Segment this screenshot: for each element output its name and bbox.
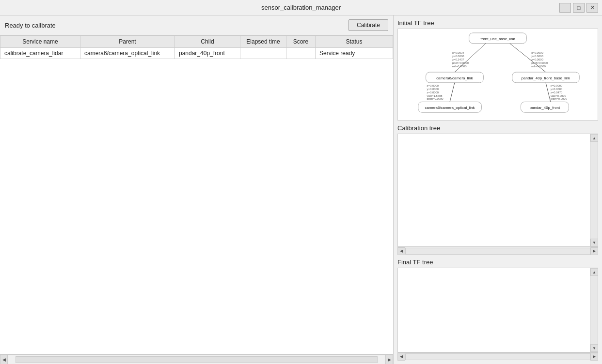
calibrate-button[interactable]: Calibrate: [349, 19, 388, 31]
svg-line-18: [450, 83, 455, 102]
calibration-vertical-scrollbar[interactable]: ▲ ▼: [590, 134, 598, 246]
final-scroll-down[interactable]: ▼: [590, 344, 598, 352]
maximize-button[interactable]: □: [573, 3, 585, 13]
svg-text:z=0.0000: z=0.0000: [531, 58, 543, 61]
scroll-left-arrow[interactable]: ◀: [0, 355, 8, 364]
final-scroll-up[interactable]: ▲: [590, 268, 598, 276]
svg-line-19: [546, 83, 551, 102]
final-scroll-left[interactable]: ◀: [397, 353, 405, 361]
svg-text:camera6/camera_optical_link: camera6/camera_optical_link: [425, 106, 475, 110]
svg-text:y=0.0000: y=0.0000: [452, 55, 464, 58]
final-scroll-track: [590, 276, 598, 344]
header-parent: Parent: [80, 36, 175, 48]
ready-label: Ready to calibrate: [5, 22, 56, 29]
scroll-track-horizontal[interactable]: [16, 356, 378, 363]
cell-status: Service ready: [316, 48, 393, 59]
window-controls: ─ □ ✕: [559, 3, 598, 13]
cell-child: pandar_40p_front: [175, 48, 240, 59]
main-container: Ready to calibrate Calibrate Service nam…: [0, 15, 602, 364]
svg-text:z=0.0000: z=0.0000: [427, 91, 439, 94]
final-tf-box: ▲ ▼: [397, 268, 598, 352]
initial-tf-label: Initial TF tree: [397, 19, 598, 27]
scroll-right-arrow[interactable]: ▶: [385, 355, 393, 364]
cell-parent: camera6/camera_optical_link: [80, 48, 175, 59]
initial-tf-box: front_unit_base_link x=0.0534 y=0.0000 z…: [397, 29, 598, 121]
final-horizontal-scrollbar[interactable]: ◀ ▶: [397, 352, 598, 360]
svg-text:front_unit_base_link: front_unit_base_link: [481, 37, 515, 41]
calibration-section: Calibration tree ▲ ▼ ◀ ▶: [397, 124, 598, 255]
svg-text:camera6/camera_link: camera6/camera_link: [436, 76, 473, 80]
header-score: Score: [286, 36, 316, 48]
close-button[interactable]: ✕: [586, 3, 598, 13]
scroll-up-arrow[interactable]: ▲: [590, 134, 598, 142]
header-child: Child: [175, 36, 240, 48]
svg-text:x=0.0534: x=0.0534: [452, 51, 464, 54]
svg-text:y=0.0000: y=0.0000: [531, 55, 543, 58]
header-status: Status: [316, 36, 393, 48]
titlebar: sensor_calibration_manager ─ □ ✕: [0, 0, 602, 15]
svg-text:roll=0.0000: roll=0.0000: [531, 65, 546, 68]
cell-service-name: calibrate_camera_lidar: [0, 48, 80, 59]
final-vertical-scrollbar[interactable]: ▲ ▼: [590, 268, 598, 352]
calibration-tree-box: ▲ ▼: [397, 134, 598, 247]
svg-text:x=0.0000: x=0.0000: [551, 84, 563, 87]
scroll-right-arrow-calib[interactable]: ▶: [590, 247, 598, 255]
cell-score: [286, 48, 316, 59]
svg-text:y=0.0000: y=0.0000: [427, 88, 439, 91]
right-panel: Initial TF tree front_unit_base_link x=0…: [394, 15, 602, 364]
svg-text:z=0.2437: z=0.2437: [452, 58, 464, 61]
service-table-container: Service name Parent Child Elapsed time S…: [0, 35, 393, 354]
table-header-row: Service name Parent Child Elapsed time S…: [0, 36, 393, 48]
cell-elapsed-time: [240, 48, 286, 59]
final-tf-section: Final TF tree ▲ ▼ ◀ ▶: [397, 258, 598, 360]
svg-text:pandar_40p_front: pandar_40p_front: [530, 106, 560, 110]
final-scroll-h-track: [405, 353, 590, 360]
minimize-button[interactable]: ─: [559, 3, 571, 13]
header-elapsed-time: Elapsed time: [240, 36, 286, 48]
svg-text:yaw=1.5708: yaw=1.5708: [427, 94, 443, 97]
header-service-name: Service name: [0, 36, 80, 48]
scroll-h-track-calib: [405, 248, 590, 255]
left-panel: Ready to calibrate Calibrate Service nam…: [0, 15, 394, 364]
svg-text:pitch=0.0000: pitch=0.0000: [427, 97, 444, 100]
table-row[interactable]: calibrate_camera_lidar camera6/camera_op…: [0, 48, 393, 59]
svg-text:pitch=0.0000: pitch=0.0000: [531, 61, 548, 64]
svg-text:roll=0.0000: roll=0.0000: [452, 65, 467, 68]
svg-text:yaw=0.0000: yaw=0.0000: [551, 94, 567, 97]
service-table: Service name Parent Child Elapsed time S…: [0, 35, 393, 59]
svg-text:y=0.0000: y=0.0000: [551, 88, 563, 91]
top-bar: Ready to calibrate Calibrate: [0, 15, 393, 35]
svg-text:pitch=0.0000: pitch=0.0000: [551, 97, 568, 100]
svg-text:pitch=0.0000: pitch=0.0000: [452, 61, 469, 64]
svg-text:x=0.0000: x=0.0000: [531, 51, 543, 54]
svg-text:pandar_40p_front_base_link: pandar_40p_front_base_link: [522, 76, 570, 80]
scroll-down-arrow[interactable]: ▼: [590, 239, 598, 246]
window-title: sensor_calibration_manager: [261, 4, 341, 11]
horizontal-scrollbar[interactable]: ◀ ▶: [0, 354, 393, 364]
initial-tf-section: Initial TF tree front_unit_base_link x=0…: [397, 19, 598, 121]
initial-tf-svg: front_unit_base_link x=0.0534 y=0.0000 z…: [398, 29, 598, 120]
svg-text:z=0.0470: z=0.0470: [551, 91, 563, 94]
final-tf-label: Final TF tree: [397, 258, 598, 266]
calibration-label: Calibration tree: [397, 124, 598, 132]
svg-text:x=0.0000: x=0.0000: [427, 84, 439, 87]
scroll-left-arrow-calib[interactable]: ◀: [397, 247, 405, 255]
final-scroll-right[interactable]: ▶: [590, 353, 598, 361]
calibration-horizontal-scrollbar[interactable]: ◀ ▶: [397, 247, 598, 255]
scroll-v-track: [590, 142, 598, 239]
